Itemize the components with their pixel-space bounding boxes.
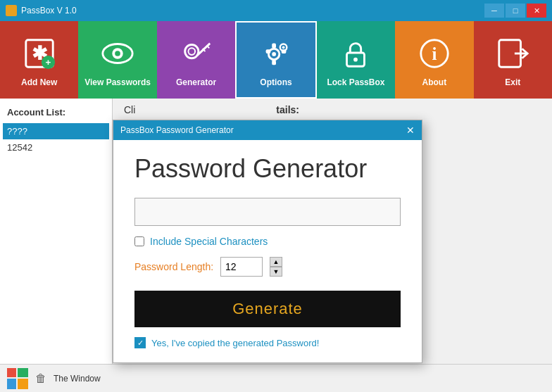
toolbar-exit-label: Exit bbox=[505, 77, 520, 87]
dialog-heading: Password Generator bbox=[134, 154, 401, 184]
password-generator-dialog: PassBox Password Generator ✕ Password Ge… bbox=[113, 120, 422, 363]
svg-point-8 bbox=[188, 48, 195, 55]
minimize-button[interactable]: ─ bbox=[484, 4, 504, 18]
options-icon-box bbox=[256, 32, 295, 75]
dialog-body: Password Generator Include Special Chara… bbox=[113, 140, 422, 362]
add-new-icon: ✱ + bbox=[23, 37, 56, 70]
toolbar-view-passwords[interactable]: View Passwords bbox=[78, 21, 156, 99]
length-row: Password Length: ▲ ▼ bbox=[134, 257, 401, 277]
add-new-icon-box: ✱ + bbox=[20, 32, 58, 75]
svg-rect-16 bbox=[266, 49, 271, 53]
toolbar-options-label: Options bbox=[260, 77, 291, 87]
dialog-title: PassBox Password Generator bbox=[120, 125, 234, 135]
special-chars-label: Include Special Characters bbox=[150, 236, 268, 247]
special-chars-row: Include Special Characters bbox=[134, 236, 401, 247]
svg-point-19 bbox=[282, 46, 285, 49]
app-icon bbox=[6, 5, 17, 16]
generated-password-field[interactable] bbox=[134, 198, 401, 226]
svg-rect-28 bbox=[18, 368, 28, 377]
main-area: Account List: ???? 12542 Cli tails: Go! … bbox=[0, 99, 552, 392]
dialog-titlebar: PassBox Password Generator ✕ bbox=[113, 120, 422, 140]
trash-icon[interactable]: 🗑 bbox=[35, 372, 46, 385]
toolbar-about[interactable]: i About bbox=[395, 21, 473, 99]
special-chars-checkbox[interactable] bbox=[134, 236, 144, 246]
key-icon bbox=[180, 37, 213, 70]
dialog-close-button[interactable]: ✕ bbox=[406, 125, 415, 136]
sidebar: Account List: ???? 12542 bbox=[0, 99, 113, 392]
lock-icon-box bbox=[337, 32, 375, 75]
toolbar-exit[interactable]: Exit bbox=[474, 21, 552, 99]
toolbar-about-label: About bbox=[422, 77, 446, 87]
view-passwords-icon-box bbox=[99, 32, 137, 75]
bottom-text: The Window bbox=[54, 374, 101, 384]
toolbar-generator-label: Generator bbox=[176, 77, 216, 87]
info-icon: i bbox=[418, 37, 451, 70]
gear-icon bbox=[259, 37, 293, 70]
about-icon-box: i bbox=[415, 32, 453, 75]
length-input[interactable] bbox=[220, 257, 263, 277]
toolbar-lock-passbox[interactable]: Lock PassBox bbox=[317, 21, 395, 99]
length-label: Password Length: bbox=[134, 261, 213, 272]
toolbar: ✱ + Add New View Passwords bbox=[0, 21, 552, 99]
exit-icon-box bbox=[494, 32, 532, 75]
eye-icon bbox=[101, 37, 134, 70]
title-bar-left: PassBox V 1.0 bbox=[6, 5, 77, 16]
toolbar-add-new-label: Add New bbox=[21, 77, 57, 87]
lock-icon bbox=[339, 37, 372, 70]
spin-down-button[interactable]: ▼ bbox=[270, 267, 282, 277]
toolbar-generator[interactable]: Generator bbox=[157, 21, 235, 99]
title-bar-controls: ─ □ ✕ bbox=[484, 4, 546, 18]
svg-rect-30 bbox=[18, 379, 28, 389]
toolbar-add-new[interactable]: ✱ + Add New bbox=[0, 21, 78, 99]
svg-point-6 bbox=[115, 51, 120, 56]
sidebar-item-1[interactable]: ???? bbox=[3, 123, 109, 139]
svg-rect-27 bbox=[7, 368, 16, 377]
title-bar: PassBox V 1.0 ─ □ ✕ bbox=[0, 0, 552, 21]
click-prompt: Cli bbox=[124, 104, 135, 115]
spinner-buttons: ▲ ▼ bbox=[270, 257, 282, 277]
svg-text:+: + bbox=[45, 57, 51, 68]
svg-rect-14 bbox=[272, 44, 276, 49]
windows-logo-icon bbox=[7, 368, 28, 389]
close-button[interactable]: ✕ bbox=[527, 4, 546, 18]
svg-point-21 bbox=[354, 58, 358, 62]
svg-rect-15 bbox=[272, 61, 276, 65]
bottom-bar: 🗑 The Window bbox=[0, 364, 552, 392]
generate-button[interactable]: Generate bbox=[134, 291, 401, 327]
sidebar-title: Account List: bbox=[3, 104, 109, 123]
toolbar-view-passwords-label: View Passwords bbox=[84, 77, 151, 87]
toolbar-lock-passbox-label: Lock PassBox bbox=[327, 77, 384, 87]
exit-icon bbox=[496, 37, 529, 70]
generator-icon-box bbox=[177, 32, 215, 75]
sidebar-item-2[interactable]: 12542 bbox=[3, 139, 109, 156]
svg-line-10 bbox=[206, 45, 209, 48]
details-label: tails: bbox=[276, 104, 299, 115]
svg-point-13 bbox=[272, 52, 276, 56]
windows-logo bbox=[7, 368, 28, 389]
spin-up-button[interactable]: ▲ bbox=[270, 257, 282, 267]
toolbar-options[interactable]: Options bbox=[235, 21, 316, 99]
title-bar-title: PassBox V 1.0 bbox=[21, 6, 77, 15]
svg-point-7 bbox=[184, 45, 198, 58]
svg-rect-29 bbox=[7, 379, 16, 389]
copied-row: ✓ Yes, I've copied the generated Passwor… bbox=[134, 337, 401, 348]
svg-text:i: i bbox=[432, 44, 437, 63]
copied-checkmark: ✓ bbox=[134, 337, 146, 348]
maximize-button[interactable]: □ bbox=[506, 4, 525, 18]
copied-label: Yes, I've copied the generated Password! bbox=[151, 338, 319, 348]
